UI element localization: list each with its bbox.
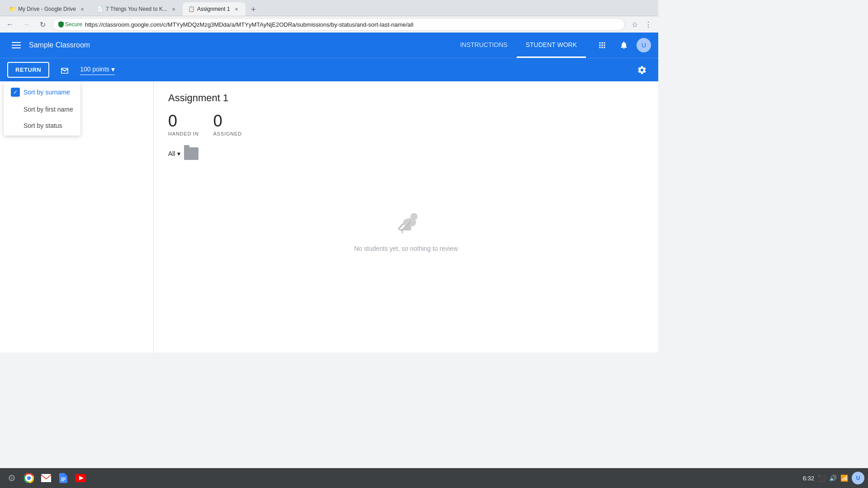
assignment-title: Assignment 1 xyxy=(168,92,644,104)
assigned-count: 0 xyxy=(213,113,222,129)
return-button[interactable]: RETURN xyxy=(7,62,49,78)
empty-illustration xyxy=(388,202,424,238)
assignment-panel: Assignment 1 0 HANDED IN 0 ASSIGNED All … xyxy=(154,81,658,352)
sort-surname-label: Sort by surname xyxy=(24,89,70,96)
tab-assignment-favicon: 📋 xyxy=(188,6,194,12)
reload-button[interactable]: ↻ xyxy=(36,18,49,31)
tab-assignment-title: Assignment 1 xyxy=(197,6,230,12)
svg-rect-6 xyxy=(404,226,411,230)
hamburger-icon xyxy=(12,42,21,48)
header-right: U xyxy=(593,36,651,54)
empty-state-message: No students yet, so nothing to review xyxy=(354,245,458,252)
tab-drive-close[interactable]: ✕ xyxy=(79,5,86,13)
notifications-button[interactable] xyxy=(615,36,633,54)
main-content: ✓ Sort by surname Sort by first name Sor… xyxy=(0,81,658,352)
app-title: Sample Classroom xyxy=(29,41,451,49)
sort-status-item[interactable]: Sort by status xyxy=(4,117,80,134)
sidebar-panel: ✓ Sort by surname Sort by first name Sor… xyxy=(0,81,154,352)
toolbar: RETURN 100 points ▾ xyxy=(0,58,658,81)
sort-firstname-label: Sort by first name xyxy=(24,106,73,113)
sort-surname-item[interactable]: ✓ Sort by surname xyxy=(4,83,80,101)
filter-row: All ▾ xyxy=(168,147,644,160)
user-avatar[interactable]: U xyxy=(637,38,651,52)
nav-instructions[interactable]: INSTRUCTIONS xyxy=(451,33,517,58)
secure-badge: Secure xyxy=(58,21,82,28)
tab-assignment-close[interactable]: ✕ xyxy=(233,5,240,13)
assigned-label: ASSIGNED xyxy=(213,131,242,136)
empty-state: No students yet, so nothing to review xyxy=(168,174,644,279)
apps-button[interactable]: ⋮ xyxy=(642,18,655,31)
tab-drive-favicon: 📁 xyxy=(9,6,15,12)
points-selector[interactable]: 100 points ▾ xyxy=(80,65,115,75)
menu-icon[interactable] xyxy=(7,36,25,54)
stats-row: 0 HANDED IN 0 ASSIGNED xyxy=(168,113,644,136)
assigned-stat: 0 ASSIGNED xyxy=(213,113,242,136)
folder-icon[interactable] xyxy=(184,147,198,160)
handed-in-label: HANDED IN xyxy=(168,131,199,136)
filter-value: All xyxy=(168,150,175,157)
settings-button[interactable] xyxy=(633,61,651,79)
sort-status-label: Sort by status xyxy=(24,122,62,129)
tab-things[interactable]: 📄 7 Things You Need to K... ✕ xyxy=(91,2,183,16)
secure-label: Secure xyxy=(65,21,82,28)
handed-in-stat: 0 HANDED IN xyxy=(168,113,199,136)
tab-things-favicon: 📄 xyxy=(97,6,103,12)
tab-drive-title: My Drive - Google Drive xyxy=(18,6,76,12)
forward-button[interactable]: → xyxy=(20,18,33,31)
browser-actions: ☆ ⋮ xyxy=(628,18,655,31)
sort-surname-checkmark: ✓ xyxy=(11,88,20,97)
address-bar[interactable]: Secure https://classroom.google.com/c/MT… xyxy=(52,18,625,31)
tab-things-close[interactable]: ✕ xyxy=(170,5,177,13)
nav-student-work[interactable]: STUDENT WORK xyxy=(517,33,586,58)
svg-point-3 xyxy=(410,213,418,221)
tabs-bar: 📁 My Drive - Google Drive ✕ 📄 7 Things Y… xyxy=(0,0,658,16)
filter-select[interactable]: All ▾ xyxy=(168,148,180,159)
url-text: https://classroom.google.com/c/MTYyMDQzM… xyxy=(85,21,619,28)
points-arrow-icon: ▾ xyxy=(111,65,115,74)
apps-grid-button[interactable] xyxy=(593,36,611,54)
bookmark-button[interactable]: ☆ xyxy=(628,18,641,31)
tab-things-title: 7 Things You Need to K... xyxy=(106,6,167,12)
mail-button[interactable] xyxy=(57,62,73,78)
points-text: 100 points xyxy=(80,66,109,73)
tab-drive[interactable]: 📁 My Drive - Google Drive ✕ xyxy=(4,2,91,16)
sort-dropdown: ✓ Sort by surname Sort by first name Sor… xyxy=(4,81,80,136)
svg-line-1 xyxy=(399,224,403,229)
new-tab-button[interactable]: + xyxy=(247,3,260,16)
header-nav: INSTRUCTIONS STUDENT WORK xyxy=(451,33,586,58)
filter-arrow-icon: ▾ xyxy=(177,150,180,157)
tab-assignment[interactable]: 📋 Assignment 1 ✕ xyxy=(183,2,245,16)
app-header: Sample Classroom INSTRUCTIONS STUDENT WO… xyxy=(0,33,658,58)
sort-firstname-item[interactable]: Sort by first name xyxy=(4,101,80,117)
address-bar-row: ← → ↻ Secure https://classroom.google.co… xyxy=(0,16,658,33)
handed-in-count: 0 xyxy=(168,113,177,129)
back-button[interactable]: ← xyxy=(4,18,16,31)
